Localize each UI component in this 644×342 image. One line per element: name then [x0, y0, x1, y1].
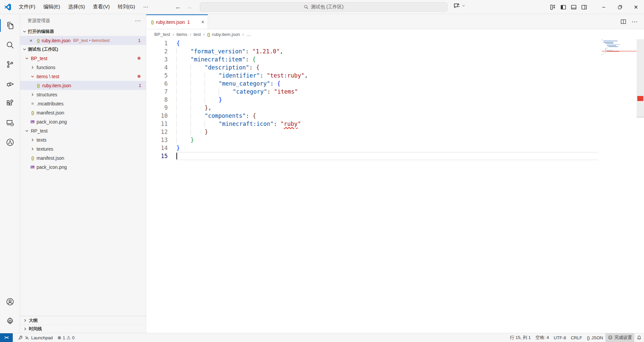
- code-line-9[interactable]: 9 },: [146, 104, 644, 112]
- tree-item-structures[interactable]: structures: [20, 90, 146, 99]
- tree-item-textures[interactable]: textures: [20, 144, 146, 153]
- open-editor-item[interactable]: × {} ruby.item.json BP_test • items\test…: [20, 36, 146, 45]
- tree-item-pack_icon.png[interactable]: pack_icon.png: [20, 162, 146, 172]
- menu-bar: 文件(F)编辑(E)选择(S)查看(V)转到(G)⋯: [15, 2, 152, 12]
- code-line-15[interactable]: 15: [146, 152, 644, 160]
- minimap[interactable]: [602, 39, 637, 56]
- copilot-setup-label: 完成设置: [614, 335, 632, 341]
- code-line-14[interactable]: 14}: [146, 144, 644, 152]
- tree-item-manifest.json[interactable]: {}manifest.json: [20, 153, 146, 162]
- command-center-search[interactable]: 测试包 (工作区): [200, 2, 447, 12]
- editor-more-actions-icon[interactable]: ⋯: [632, 18, 638, 26]
- timeline-section[interactable]: 时间线: [20, 325, 146, 333]
- language-label: JSON: [591, 335, 603, 340]
- eol-item[interactable]: CRLF: [569, 333, 585, 342]
- breadcrumb-item-2[interactable]: test: [194, 32, 201, 37]
- minimize-button[interactable]: –: [596, 0, 612, 14]
- language-mode-item[interactable]: {} JSON: [585, 333, 605, 342]
- line-number: 9: [146, 104, 176, 112]
- search-sidebar-icon[interactable]: [0, 35, 20, 55]
- workspace-section[interactable]: 测试包 (工作区): [20, 45, 146, 54]
- source-control-icon[interactable]: [0, 55, 20, 74]
- tree-item-manifest.json[interactable]: {}manifest.json: [20, 108, 146, 117]
- menu-item-4[interactable]: 转到(G): [114, 2, 139, 12]
- remote-indicator[interactable]: ><: [0, 333, 13, 342]
- extensions-icon[interactable]: [0, 94, 20, 113]
- open-editors-section[interactable]: 打开的编辑器: [20, 27, 146, 36]
- toggle-secondary-sidebar-icon[interactable]: [581, 4, 587, 10]
- code-line-6[interactable]: 6 "menu_category": {: [146, 80, 644, 88]
- menu-item-0[interactable]: 文件(F): [15, 2, 39, 12]
- copilot-setup-item[interactable]: 完成设置: [605, 333, 634, 342]
- tree-item-label: texts: [37, 137, 47, 143]
- toggle-panel-icon[interactable]: [571, 4, 577, 10]
- split-editor-icon[interactable]: [621, 19, 626, 25]
- line-number: 10: [146, 112, 176, 120]
- launchpad-item[interactable]: Launchpad: [15, 333, 55, 342]
- toggle-primary-sidebar-icon[interactable]: [560, 4, 566, 10]
- breadcrumb-item-1[interactable]: items: [176, 32, 187, 37]
- copilot-face-icon: [608, 335, 613, 340]
- tab-close-icon[interactable]: ×: [201, 19, 204, 25]
- tree-item-.mcattributes[interactable]: ≡.mcattributes: [20, 99, 146, 108]
- menu-item-2[interactable]: 选择(S): [65, 2, 88, 12]
- code-line-5[interactable]: 5 "identifier": "test:ruby",: [146, 71, 644, 80]
- close-editor-icon[interactable]: ×: [30, 38, 35, 43]
- menu-item-3[interactable]: 查看(V): [90, 2, 113, 12]
- tree-item-texts[interactable]: texts: [20, 135, 146, 144]
- scrollbar[interactable]: [637, 39, 644, 333]
- code-editor[interactable]: 1{2 "format_version": "1.21.0",3 "minecr…: [146, 39, 644, 333]
- code-line-10[interactable]: 10 "components": {: [146, 112, 644, 120]
- explorer-more-actions-icon[interactable]: ⋯: [135, 17, 141, 25]
- tree-item-pack_icon.png[interactable]: pack_icon.png: [20, 117, 146, 126]
- code-line-11[interactable]: 11 "minecraft:icon": "ruby": [146, 120, 644, 128]
- close-button[interactable]: ✕: [628, 0, 644, 14]
- restore-button[interactable]: [612, 0, 628, 14]
- explorer-icon[interactable]: [0, 16, 20, 35]
- outline-section[interactable]: 大纲: [20, 316, 146, 325]
- remote-explorer-icon[interactable]: [0, 113, 20, 133]
- encoding-item[interactable]: UTF-8: [551, 333, 569, 342]
- menu-item-5[interactable]: ⋯: [140, 2, 152, 12]
- tree-item-items-test[interactable]: items \ test: [20, 72, 146, 81]
- sidebar-title: 资源管理器: [28, 18, 50, 24]
- code-line-3[interactable]: 3 "minecraft:item": {: [146, 55, 644, 63]
- minecraft-debugger-icon[interactable]: [0, 133, 20, 152]
- code-line-4[interactable]: 4 "description": {: [146, 63, 644, 71]
- code-line-8[interactable]: 8 }: [146, 96, 644, 104]
- nav-back-button[interactable]: ←: [175, 3, 181, 11]
- account-icon[interactable]: [0, 292, 20, 311]
- tab-ruby-item-json[interactable]: {} ruby.item.json 1 ×: [146, 14, 208, 29]
- scrollbar-thumb[interactable]: [637, 39, 644, 117]
- json-file-icon: {}: [37, 38, 40, 43]
- breadcrumb-item-3[interactable]: ruby.item.json: [212, 32, 240, 37]
- breadcrumb-item-4[interactable]: …: [246, 32, 251, 37]
- chevron-right-icon: [23, 318, 28, 323]
- code-line-1[interactable]: 1{: [146, 39, 644, 47]
- chevron-right-icon: [30, 138, 35, 142]
- code-line-7[interactable]: 7 "category": "items": [146, 88, 644, 96]
- cursor-position-item[interactable]: 行 15, 列 1: [507, 333, 533, 342]
- code-line-12[interactable]: 12 }: [146, 128, 644, 136]
- tree-item-BP_test[interactable]: BP_test: [20, 54, 146, 63]
- chevron-down-icon: [24, 56, 29, 61]
- tree-item-RP_test[interactable]: RP_test: [20, 126, 146, 135]
- copilot-chevron-down-icon[interactable]: [462, 4, 466, 8]
- customize-layout-icon[interactable]: [550, 4, 556, 10]
- code-line-13[interactable]: 13 }: [146, 136, 644, 144]
- notifications-bell-icon[interactable]: [634, 333, 644, 342]
- breadcrumb-item-0[interactable]: BP_test: [154, 32, 170, 37]
- run-debug-icon[interactable]: [0, 74, 20, 94]
- file-tree: BP_testfunctionsitems \ test{}ruby.item.…: [20, 54, 146, 172]
- tree-item-functions[interactable]: functions: [20, 63, 146, 72]
- menu-item-1[interactable]: 编辑(E): [40, 2, 63, 12]
- code-line-2[interactable]: 2 "format_version": "1.21.0",: [146, 47, 644, 55]
- indentation-item[interactable]: 空格: 4: [533, 333, 551, 342]
- tree-item-ruby.item.json[interactable]: {}ruby.item.json1: [20, 81, 146, 90]
- problems-item[interactable]: ⊗ 1 ⚠ 0: [55, 333, 77, 342]
- settings-gear-icon[interactable]: [0, 311, 20, 331]
- json-file-icon: {}: [31, 110, 34, 115]
- current-line-highlight: [176, 152, 598, 160]
- open-editors-label: 打开的编辑器: [28, 29, 54, 35]
- copilot-icon[interactable]: [453, 2, 460, 9]
